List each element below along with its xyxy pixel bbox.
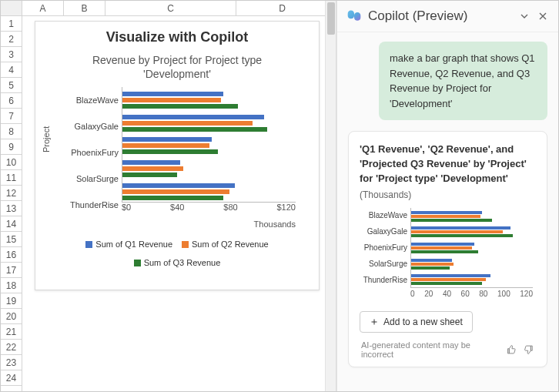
mini-bar-segment <box>411 250 478 253</box>
mini-category-label: ThunderRise <box>360 276 407 284</box>
plus-icon <box>370 317 379 327</box>
bar-segment <box>122 160 180 165</box>
row-header[interactable]: 6 <box>1 93 22 109</box>
row-header[interactable]: 12 <box>1 186 22 201</box>
row-header[interactable]: 8 <box>1 124 22 139</box>
user-message-bubble: make a bar graph that shows Q1 Revenue, … <box>379 42 547 120</box>
legend-item: Sum of Q1 Revenue <box>85 240 172 249</box>
row-header[interactable]: 21 <box>1 324 22 340</box>
row-header[interactable]: 14 <box>1 216 22 232</box>
vertical-scrollbar[interactable] <box>325 1 336 391</box>
bar-segment <box>122 115 264 119</box>
row-header[interactable]: 5 <box>1 78 22 93</box>
mini-bar-segment <box>411 219 492 222</box>
category-label: GalaxyGale <box>65 122 119 131</box>
mini-x-tick: 120 <box>520 290 533 300</box>
category-label: SolarSurge <box>65 174 119 183</box>
mini-chart-x-axis: 020406080100120 <box>410 290 533 300</box>
mini-bar-segment <box>411 230 503 233</box>
row-header[interactable]: 2 <box>1 32 22 47</box>
mini-x-tick: 40 <box>443 290 451 300</box>
row-header[interactable]: 3 <box>1 47 22 62</box>
row-header[interactable]: 23 <box>1 355 22 370</box>
category-label: ThunderRise <box>65 200 119 209</box>
chart-legend: Sum of Q1 Revenue Sum of Q2 Revenue Sum … <box>35 229 319 278</box>
copilot-header: Copilot (Preview) <box>337 1 558 32</box>
bar-segment <box>122 104 238 109</box>
category-label: PhoenixFury <box>65 148 119 157</box>
legend-label: Sum of Q1 Revenue <box>95 240 172 249</box>
row-header[interactable]: 15 <box>1 232 22 247</box>
mini-category-label: PhoenixFury <box>360 243 407 252</box>
column-headers: ABCD <box>1 1 336 16</box>
chevron-down-icon[interactable] <box>518 10 531 22</box>
row-header[interactable]: 19 <box>1 293 22 309</box>
mini-bar-segment <box>411 246 472 250</box>
row-header[interactable]: 24 <box>1 370 22 386</box>
mini-chart-bars <box>410 208 533 288</box>
chart-bars <box>122 87 296 203</box>
x-tick: $40 <box>170 203 184 218</box>
row-header[interactable]: 9 <box>1 139 22 155</box>
row-header[interactable]: 13 <box>1 201 22 216</box>
row-header[interactable]: 16 <box>1 247 22 263</box>
close-icon[interactable] <box>537 10 549 22</box>
thumbs-up-icon[interactable] <box>506 343 517 356</box>
x-tick: $120 <box>277 203 296 218</box>
chart-plot-area: Project BlazeWaveGalaxyGalePhoenixFurySo… <box>51 87 303 218</box>
column-header[interactable]: A <box>22 1 64 15</box>
bar-segment <box>122 92 223 96</box>
row-header[interactable]: 1 <box>1 16 22 32</box>
row-header[interactable]: 7 <box>1 109 22 124</box>
add-button-label: Add to a new sheet <box>383 317 463 327</box>
row-header[interactable]: 10 <box>1 155 22 170</box>
mini-category-label: SolarSurge <box>360 260 407 268</box>
copilot-logo-icon <box>346 8 362 24</box>
legend-swatch <box>85 241 92 248</box>
disclaimer-text: AI-generated content may be incorrect <box>361 340 494 359</box>
row-header[interactable]: 20 <box>1 309 22 324</box>
bar-segment <box>122 166 183 171</box>
thumbs-down-icon[interactable] <box>523 343 534 356</box>
row-header[interactable]: 17 <box>1 263 22 278</box>
mini-bar-segment <box>411 278 486 281</box>
mini-bar-segment <box>411 274 490 277</box>
mini-bar-segment <box>411 226 510 230</box>
spreadsheet-area: ABCD 12345678910111213141516171819202122… <box>1 1 336 391</box>
legend-item: Sum of Q2 Revenue <box>182 240 269 249</box>
bar-segment <box>122 189 229 194</box>
embedded-chart[interactable]: Visualize with Copilot Revenue by Projec… <box>35 21 320 290</box>
column-header[interactable]: C <box>105 1 236 15</box>
response-footer: AI-generated content may be incorrect <box>360 333 536 359</box>
column-header[interactable]: D <box>236 1 329 15</box>
bar-segment <box>122 143 209 148</box>
copilot-title: Copilot (Preview) <box>368 8 467 24</box>
app-root: ABCD 12345678910111213141516171819202122… <box>0 0 559 392</box>
legend-label: Sum of Q3 Revenue <box>144 258 221 267</box>
row-header[interactable]: 4 <box>1 62 22 78</box>
bar-segment <box>122 183 235 188</box>
add-to-new-sheet-button[interactable]: Add to a new sheet <box>360 311 473 333</box>
mini-x-tick: 100 <box>497 290 510 300</box>
response-mini-chart: BlazeWaveGalaxyGalePhoenixFurySolarSurge… <box>360 208 536 300</box>
chart-x-axis: $0 $40 $80 $120 <box>122 203 296 218</box>
chart-main-title: Visualize with Copilot <box>35 22 319 49</box>
grid-body[interactable]: Visualize with Copilot Revenue by Projec… <box>22 16 336 391</box>
select-all-corner[interactable] <box>1 1 22 15</box>
mini-bar-segment <box>411 211 482 214</box>
column-header[interactable]: B <box>64 1 105 15</box>
mini-bar-segment <box>411 215 480 218</box>
row-header[interactable]: 22 <box>1 340 22 355</box>
chart-y-axis-label: Project <box>42 126 51 152</box>
chart-category-labels: BlazeWaveGalaxyGalePhoenixFurySolarSurge… <box>65 87 119 218</box>
category-label: BlazeWave <box>65 95 119 105</box>
mini-chart-categories: BlazeWaveGalaxyGalePhoenixFurySolarSurge… <box>360 208 407 288</box>
scrollbar-thumb[interactable] <box>327 2 335 35</box>
mini-category-label: BlazeWave <box>360 211 407 219</box>
row-header[interactable]: 18 <box>1 278 22 293</box>
mini-bar-segment <box>411 282 482 285</box>
row-headers: 123456789101112131415161718192021222324 <box>1 16 22 391</box>
copilot-body: make a bar graph that shows Q1 Revenue, … <box>337 32 558 391</box>
row-header[interactable]: 11 <box>1 170 22 186</box>
x-tick: $80 <box>223 203 237 218</box>
